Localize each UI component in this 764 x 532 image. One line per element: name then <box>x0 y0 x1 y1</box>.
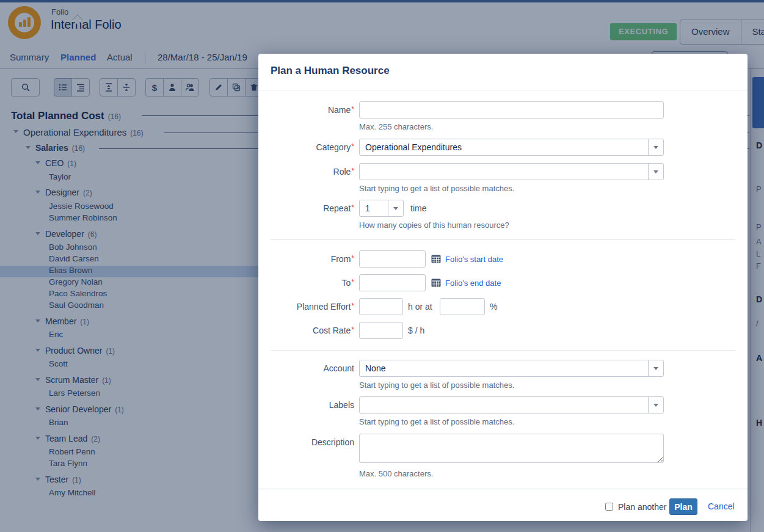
dialog-footer: Plan another Plan Cancel <box>258 489 748 522</box>
plan-human-resource-dialog: Plan a Human Resource Name* Max. 255 cha… <box>258 54 748 521</box>
repeat-hint: How many copies of this human resource? <box>359 220 509 230</box>
category-select-arrow[interactable] <box>648 139 663 155</box>
required-asterisk: * <box>351 167 354 175</box>
account-select[interactable]: None <box>359 360 664 377</box>
category-value: Operational Expenditures <box>365 142 462 152</box>
required-asterisk: * <box>351 105 354 114</box>
labels-select-arrow[interactable] <box>648 397 663 413</box>
chevron-down-icon <box>653 404 658 407</box>
planned-effort-percent-field[interactable] <box>440 298 485 315</box>
section-divider <box>271 239 735 240</box>
repeat-label: Repeat* <box>258 203 354 213</box>
section-divider <box>271 350 735 351</box>
dialog-header-divider <box>258 90 748 90</box>
name-field[interactable] <box>359 101 664 118</box>
role-hint: Start typing to get a list of possible m… <box>359 184 514 193</box>
chevron-down-icon <box>653 367 658 370</box>
required-asterisk: * <box>351 254 354 263</box>
plan-another-checkbox[interactable] <box>605 503 613 511</box>
to-date-field[interactable] <box>359 274 426 291</box>
chevron-down-icon <box>653 170 658 173</box>
application-window: Folio Internal Folio EXECUTING Overview … <box>0 0 764 532</box>
plan-another-label: Plan another <box>618 502 666 512</box>
cost-rate-label: Cost Rate* <box>258 326 354 335</box>
category-select[interactable]: Operational Expenditures <box>359 139 664 156</box>
description-hint: Max. 500 characters. <box>359 469 433 478</box>
calendar-icon[interactable] <box>431 278 441 287</box>
cost-rate-unit: $ / h <box>408 326 424 335</box>
cost-rate-field[interactable] <box>359 322 403 339</box>
folio-end-date-link[interactable]: Folio's end date <box>445 279 501 288</box>
planned-effort-label: Planned Effort* <box>258 302 354 312</box>
labels-hint: Start typing to get a list of possible m… <box>359 417 514 426</box>
required-asterisk: * <box>351 142 354 151</box>
required-asterisk: * <box>351 278 354 286</box>
role-select-arrow[interactable] <box>648 164 663 180</box>
cancel-link[interactable]: Cancel <box>708 501 735 511</box>
to-label: To* <box>258 278 354 288</box>
category-label: Category* <box>258 142 354 152</box>
account-select-arrow[interactable] <box>648 360 663 376</box>
from-label: From* <box>258 254 354 264</box>
account-value: None <box>365 363 385 373</box>
required-asterisk: * <box>351 326 354 334</box>
chevron-down-icon <box>653 146 658 149</box>
repeat-suffix: time <box>410 203 426 213</box>
description-field[interactable] <box>359 434 664 463</box>
from-date-field[interactable] <box>359 250 426 268</box>
planned-effort-hours-field[interactable] <box>359 298 403 315</box>
dialog-title: Plan a Human Resource <box>271 65 390 77</box>
role-select[interactable] <box>359 163 664 180</box>
description-label: Description <box>258 437 354 447</box>
labels-select[interactable] <box>359 396 664 414</box>
role-label: Role* <box>258 167 354 177</box>
account-hint: Start typing to get a list of possible m… <box>359 381 514 390</box>
calendar-icon[interactable] <box>431 254 441 263</box>
folio-start-date-link[interactable]: Folio's start date <box>445 255 503 264</box>
name-hint: Max. 255 characters. <box>359 122 433 131</box>
labels-label: Labels <box>258 400 354 410</box>
planned-effort-units: h or at <box>408 302 432 312</box>
required-asterisk: * <box>351 302 354 310</box>
plan-button[interactable]: Plan <box>669 498 697 515</box>
repeat-select-arrow[interactable] <box>388 200 403 216</box>
repeat-value: 1 <box>365 203 370 213</box>
required-asterisk: * <box>351 203 354 212</box>
percent-sign: % <box>490 302 497 312</box>
chevron-down-icon <box>393 207 398 210</box>
name-label: Name* <box>258 105 354 115</box>
account-label: Account <box>258 363 354 373</box>
repeat-select[interactable]: 1 <box>359 200 404 217</box>
